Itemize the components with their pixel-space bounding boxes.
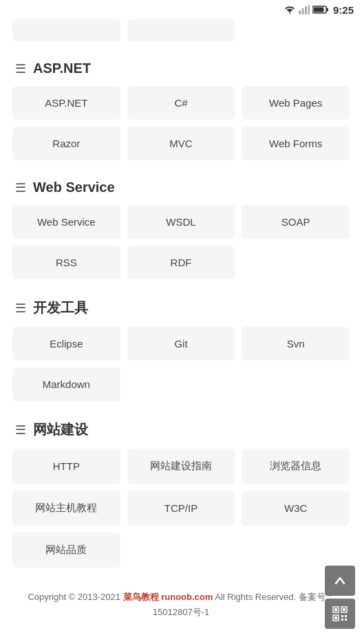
tag-btn-devtools-tags-1[interactable]: Git xyxy=(127,327,235,361)
status-icons xyxy=(284,5,329,14)
devtools-list-icon: ☰ xyxy=(15,301,26,316)
tag-btn-webservice-tags-4[interactable]: RDF xyxy=(127,246,235,279)
tag-btn-website-tags-6[interactable]: 网站品质 xyxy=(12,533,120,568)
footer: Copyright © 2013-2021 菜鸟教程 runoob.com Al… xyxy=(0,577,362,636)
top-partial-tags xyxy=(12,19,350,41)
svg-rect-13 xyxy=(341,615,343,617)
tag-btn-devtools-tags-0[interactable]: Eclipse xyxy=(12,327,120,361)
website-list-icon: ☰ xyxy=(15,422,26,438)
svg-rect-10 xyxy=(343,608,345,611)
tag-btn-aspnet-tags-1[interactable]: C# xyxy=(127,86,235,120)
qr-icon xyxy=(332,605,348,622)
svg-rect-1 xyxy=(301,8,304,14)
aspnet-tags-grid: ASP.NETC#Web PagesRazorMVCWeb Forms xyxy=(0,83,362,170)
status-bar: 9:25 xyxy=(0,0,362,19)
footer-text: Copyright © 2013-2021 菜鸟教程 runoob.com Al… xyxy=(28,592,334,617)
svg-rect-6 xyxy=(313,8,323,12)
svg-rect-2 xyxy=(305,6,307,14)
svg-rect-3 xyxy=(308,5,310,14)
svg-rect-8 xyxy=(334,608,337,611)
tag-btn-webservice-tags-3[interactable]: RSS xyxy=(12,246,120,279)
aspnet-list-icon: ☰ xyxy=(15,61,26,76)
webservice-section-title: Web Service xyxy=(33,180,115,195)
tag-btn-webservice-tags-1[interactable]: WSDL xyxy=(127,205,235,239)
website-tags-grid: HTTP网站建设指南浏览器信息网站主机教程TCP/IPW3C网站品质 xyxy=(0,446,362,577)
tag-btn-devtools-tags-2[interactable]: Svn xyxy=(242,327,350,361)
tag-btn-website-tags-0[interactable]: HTTP xyxy=(12,449,120,484)
tag-btn-website-tags-2[interactable]: 浏览器信息 xyxy=(242,449,350,484)
tag-btn-devtools-tags-3[interactable]: Markdown xyxy=(12,367,120,401)
tag-btn-website-tags-3[interactable]: 网站主机教程 xyxy=(12,491,120,526)
devtools-section-header: ☰ 开发工具 xyxy=(0,289,362,324)
tag-btn-aspnet-tags-4[interactable]: MVC xyxy=(127,127,235,160)
svg-rect-5 xyxy=(326,8,328,12)
svg-rect-15 xyxy=(341,619,343,621)
tag-btn-partial2[interactable] xyxy=(127,19,235,41)
tag-btn-partial1[interactable] xyxy=(12,19,120,41)
website-section-header: ☰ 网站建设 xyxy=(0,411,362,446)
chevron-up-icon xyxy=(333,574,347,588)
webservice-tags-grid: Web ServiceWSDLSOAPRSSRDF xyxy=(0,202,362,289)
aspnet-section-header: ☰ ASP.NET xyxy=(0,51,362,83)
tag-btn-webservice-tags-0[interactable]: Web Service xyxy=(12,205,120,239)
tag-btn-website-tags-5[interactable]: W3C xyxy=(242,491,350,526)
tag-btn-webservice-tags-2[interactable]: SOAP xyxy=(242,205,350,239)
tag-btn-aspnet-tags-2[interactable]: Web Pages xyxy=(242,86,350,120)
tag-btn-website-tags-1[interactable]: 网站建设指南 xyxy=(127,449,235,484)
wifi-icon xyxy=(284,5,296,14)
tag-btn-website-tags-4[interactable]: TCP/IP xyxy=(127,491,235,526)
time-display: 9:25 xyxy=(333,4,354,16)
battery-icon xyxy=(312,5,329,14)
footer-copyright: Copyright © 2013-2021 菜鸟教程 runoob.com Al… xyxy=(28,592,334,617)
webservice-list-icon: ☰ xyxy=(15,180,26,195)
webservice-tags-inner-grid: Web ServiceWSDLSOAPRSSRDF xyxy=(0,202,362,289)
tag-btn-aspnet-tags-3[interactable]: Razor xyxy=(12,127,120,160)
webservice-section-header: ☰ Web Service xyxy=(0,170,362,202)
tag-btn-aspnet-tags-5[interactable]: Web Forms xyxy=(242,127,350,160)
aspnet-tags-inner-grid: ASP.NETC#Web PagesRazorMVCWeb Forms xyxy=(0,83,362,170)
svg-rect-16 xyxy=(345,619,347,621)
svg-rect-12 xyxy=(334,616,337,619)
svg-rect-14 xyxy=(345,615,347,617)
top-partial-section xyxy=(0,19,362,51)
devtools-tags-inner-grid: EclipseGitSvnMarkdown xyxy=(0,324,362,411)
qr-button[interactable] xyxy=(325,599,355,629)
website-section-title: 网站建设 xyxy=(33,420,88,439)
scroll-top-button[interactable] xyxy=(325,566,355,596)
aspnet-section-title: ASP.NET xyxy=(33,61,91,76)
devtools-tags-grid: EclipseGitSvnMarkdown xyxy=(0,324,362,411)
signal-icon xyxy=(299,5,310,14)
tag-btn-aspnet-tags-0[interactable]: ASP.NET xyxy=(12,86,120,120)
devtools-section-title: 开发工具 xyxy=(33,299,88,317)
svg-rect-0 xyxy=(299,10,301,14)
website-tags-inner-grid: HTTP网站建设指南浏览器信息网站主机教程TCP/IPW3C网站品质 xyxy=(0,446,362,577)
